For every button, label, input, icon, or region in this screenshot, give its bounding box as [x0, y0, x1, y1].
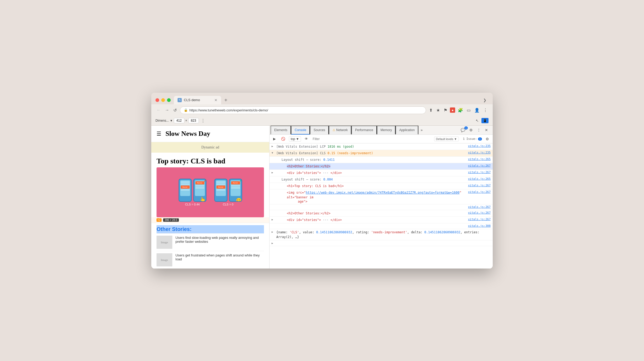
expand-div-stories-1[interactable]: ▶	[272, 171, 275, 174]
x-mark-icon: ✗	[204, 179, 206, 183]
console-row-cls-content: [Web Vitals Extension] CLS 0.15 (needs-i…	[276, 151, 464, 156]
close-button[interactable]	[155, 98, 159, 102]
devtools-tab-console[interactable]: Console	[291, 126, 310, 135]
console-row-layout-shift-2: Layout shift – score: 0.004 vitals.js:26…	[269, 176, 493, 183]
expand-cls-icon[interactable]: ▼	[272, 151, 275, 154]
cls-good-label: CLS = 0	[223, 203, 233, 206]
console-row-object: ▶ {name: 'CLS', value: 0.145118628609869…	[269, 229, 493, 240]
lcp-source-link[interactable]: vitals.js:235	[464, 144, 491, 148]
toolbar-icons: ⬆ ★ ⚑ ■ 🧩 ▭ 👤 ⋮	[428, 107, 489, 114]
share-button[interactable]: ⬆	[428, 107, 434, 114]
address-input[interactable]: 🔒 https://www.tunetheweb.com/experiments…	[180, 106, 426, 114]
img-line2: age">	[287, 200, 307, 203]
expand-div-stories-2[interactable]: ▶	[272, 218, 275, 221]
blank-2-source[interactable]: vitals.js:308	[464, 224, 491, 228]
recording-button[interactable]: ■	[450, 107, 455, 113]
h1-source-link[interactable]: vitals.js:267	[464, 184, 491, 187]
devtools-tab-memory[interactable]: Memory	[377, 126, 396, 135]
extensions-button[interactable]: 🧩	[457, 107, 464, 114]
devtools-device-button[interactable]: 📱	[481, 118, 489, 123]
console-filter-input[interactable]	[312, 137, 432, 141]
console-eye-button[interactable]: 👁	[303, 136, 310, 141]
devtools-close-button[interactable]: ✕	[483, 127, 490, 133]
profile-button[interactable]: 👤	[473, 107, 481, 114]
devtools-tab-sources[interactable]: Sources	[310, 126, 329, 135]
console-row-div-stories-2: ▶ <div id="stories"> ··· </div> vitals.j…	[269, 217, 493, 223]
devtools-tab-application[interactable]: Application	[396, 126, 418, 135]
story-image-2: Image	[157, 253, 172, 266]
devtools-tab-network[interactable]: ⚠ Network	[329, 126, 351, 135]
height-input[interactable]	[188, 118, 199, 123]
layout-shift-2-source[interactable]: vitals.js:265	[464, 177, 491, 180]
h2-highlight-content: <h2>Other Stories:</h2>	[276, 164, 464, 169]
reload-button[interactable]: ↺	[172, 107, 178, 114]
devtools-inspect-button[interactable]: ↖	[475, 117, 480, 124]
hamburger-icon[interactable]: ☰	[157, 131, 161, 137]
console-play-button[interactable]: ▶	[272, 136, 277, 141]
main-area: ☰ Slow News Day Dynamic ad Top story: CL…	[151, 126, 493, 269]
new-tab-button[interactable]: +	[222, 96, 230, 104]
console-row-div-stories-1: ▶ <div id="stories"> ··· </div> vitals.j…	[269, 170, 493, 176]
maximize-button[interactable]	[167, 98, 171, 102]
menu-button[interactable]: ⋮	[482, 107, 489, 114]
dimension-control: Dimens... ▼ × ⋮	[155, 117, 206, 124]
forward-button[interactable]: →	[164, 107, 170, 114]
devtools-notifications-button[interactable]: 💬 1	[459, 127, 467, 133]
cls-source-link[interactable]: vitals.js:235	[464, 151, 491, 154]
story-text-1: Users find slow-loading web pages really…	[175, 236, 264, 244]
dimension-dropdown-icon[interactable]: ▼	[170, 119, 173, 122]
expand-object-icon[interactable]: ▶	[272, 230, 275, 233]
tabs-chevron-icon[interactable]: ❯	[481, 96, 489, 104]
devtools-tab-performance[interactable]: Performance	[351, 126, 377, 135]
h2-size: 396 × 28.5	[163, 218, 179, 222]
story-text-2: Users get frustrated when pages shift ar…	[175, 253, 264, 261]
context-chevron-icon: ▼	[296, 137, 299, 141]
issues-badge: 1 Issue: 1	[463, 137, 482, 141]
layout-shift-1-source[interactable]: vitals.js:265	[464, 157, 491, 161]
console-clear-button[interactable]: 🚫	[279, 136, 287, 141]
bottom-expand-icon[interactable]: ▶	[272, 242, 275, 245]
tab-close-icon[interactable]: ✕	[214, 98, 217, 102]
webpage: ☰ Slow News Day Dynamic ad Top story: CL…	[151, 126, 269, 269]
article-title: Top story: CLS is bad	[151, 153, 269, 167]
div-stories-2-source[interactable]: vitals.js:267	[464, 218, 491, 221]
minimize-button[interactable]	[161, 98, 165, 102]
browser-tab[interactable]: ✎ CLS demo ✕	[174, 96, 221, 104]
dimension-more-button[interactable]: ⋮	[200, 117, 206, 124]
devtools-tab-elements[interactable]: Elements	[271, 126, 291, 135]
devtools-more-button[interactable]: ⋮	[475, 127, 482, 133]
face-emoji: 😊	[236, 198, 242, 202]
bookmark-button[interactable]: ★	[435, 107, 441, 114]
console-output: ▶ [Web Vitals Extension] LCP 1816 ms (go…	[269, 143, 493, 269]
console-levels-button[interactable]: Default levels ▼	[434, 137, 459, 141]
phone-bad-1: Banner	[179, 179, 192, 202]
webpage-header: ☰ Slow News Day	[151, 126, 269, 142]
title-bar: ✎ CLS demo ✕ + ❯	[151, 93, 493, 104]
h2-source-link[interactable]: vitals.js:267	[464, 164, 491, 167]
flag-button[interactable]: ⚑	[443, 107, 448, 114]
h2-2-source-link[interactable]: vitals.js:267	[464, 211, 491, 214]
top-label: top	[291, 137, 295, 141]
devtools-top-bar: Dimens... ▼ × ⋮ ↖ 📱	[151, 116, 493, 126]
site-title: Slow News Day	[165, 130, 210, 138]
issues-count: 1	[478, 137, 482, 141]
img-src-link[interactable]: https://web-dev.imgix.net/image/admin/74…	[306, 191, 459, 194]
console-settings-button[interactable]: ⚙	[484, 136, 491, 142]
layout-shift-1-content: Layout shift – score: 0.1411	[276, 157, 464, 162]
devtools-settings-icon[interactable]: ⚙	[468, 127, 474, 133]
div-stories-2-content: <div id="stories"> ··· </div>	[276, 218, 464, 222]
width-input[interactable]	[174, 118, 184, 123]
cls-bad-label: CLS = 0.44	[185, 203, 200, 206]
expand-lcp-icon[interactable]: ▶	[272, 145, 275, 148]
div-stories-1-source[interactable]: vitals.js:267	[464, 171, 491, 174]
devtools-panel: Elements Console Sources ⚠ Network Perfo…	[269, 126, 493, 269]
devtools-tabs-more-icon[interactable]: »	[418, 126, 425, 134]
console-row-h2-2: <h2>Other Stories:</h2> vitals.js:267	[269, 210, 493, 217]
sidebar-button[interactable]: ▭	[466, 107, 472, 114]
blank-1-source[interactable]: vitals.js:267	[464, 205, 491, 209]
console-context-button[interactable]: top ▼	[289, 136, 301, 142]
img-source-link[interactable]: vitals.js:267	[464, 190, 491, 194]
dimension-label: Dimens...	[155, 119, 169, 122]
tab-title: CLS demo	[184, 98, 200, 102]
back-button[interactable]: ←	[155, 107, 162, 114]
